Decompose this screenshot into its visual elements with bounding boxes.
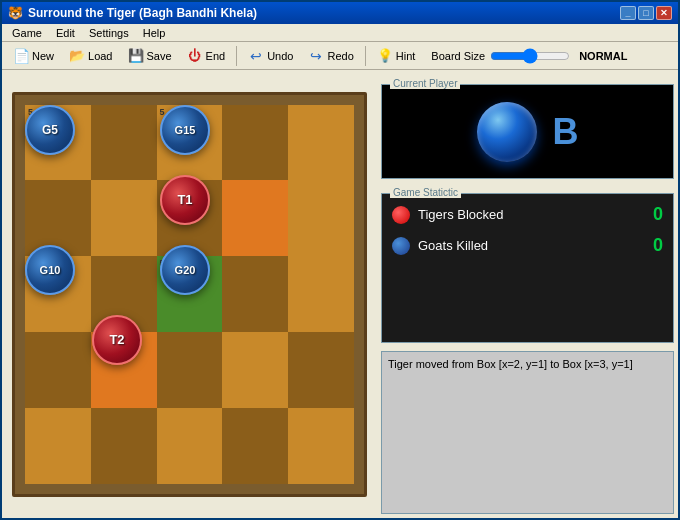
goats-killed-label: Goats Killed <box>418 238 488 253</box>
piece-g10[interactable]: G10 <box>25 245 75 295</box>
cell-3-4[interactable] <box>288 332 354 408</box>
game-stats-panel: Game Statictic Tigers Blocked 0 Goats Ki… <box>381 193 674 343</box>
goats-killed-row: Goats Killed 0 <box>392 235 663 256</box>
save-button[interactable]: 💾 Save <box>121 45 179 67</box>
cell-0-3[interactable] <box>222 105 288 181</box>
board-size-slider[interactable] <box>490 48 570 64</box>
piece-g5[interactable]: G5 <box>25 105 75 155</box>
hint-label: Hint <box>396 50 416 62</box>
stats-content: Tigers Blocked 0 Goats Killed 0 <box>382 194 673 342</box>
toolbar: 📄 New 📂 Load 💾 Save ⏻ End ↩ Undo ↪ Redo … <box>2 42 678 70</box>
normal-label: NORMAL <box>579 50 627 62</box>
load-label: Load <box>88 50 112 62</box>
cell-1-1[interactable] <box>91 180 157 256</box>
redo-icon: ↪ <box>308 48 324 64</box>
player-letter: B <box>553 111 579 153</box>
cell-1-4[interactable] <box>288 180 354 256</box>
stats-title: Game Statictic <box>390 187 461 198</box>
redo-label: Redo <box>327 50 353 62</box>
hint-button[interactable]: 💡 Hint <box>370 45 423 67</box>
undo-button[interactable]: ↩ Undo <box>241 45 300 67</box>
piece-g15[interactable]: G15 <box>160 105 210 155</box>
menu-bar: Game Edit Settings Help <box>2 24 678 42</box>
current-player-panel: Current Player B <box>381 84 674 179</box>
menu-settings[interactable]: Settings <box>83 26 135 40</box>
cell-0-1[interactable] <box>91 105 157 181</box>
cell-1-0[interactable] <box>25 180 91 256</box>
cell-0-4[interactable] <box>288 105 354 181</box>
current-player-title: Current Player <box>390 78 460 89</box>
window-controls: _ □ ✕ <box>620 6 672 20</box>
undo-label: Undo <box>267 50 293 62</box>
load-button[interactable]: 📂 Load <box>62 45 119 67</box>
minimize-button[interactable]: _ <box>620 6 636 20</box>
board-size-label: Board Size <box>431 50 485 62</box>
undo-icon: ↩ <box>248 48 264 64</box>
cell-2-4[interactable] <box>288 256 354 332</box>
maximize-button[interactable]: □ <box>638 6 654 20</box>
cell-4-1[interactable] <box>91 408 157 484</box>
title-left: 🐯 Surround the Tiger (Bagh Bandhi Khela) <box>8 6 257 20</box>
save-label: Save <box>147 50 172 62</box>
piece-t1[interactable]: T1 <box>160 175 210 225</box>
player-ball <box>477 102 537 162</box>
end-icon: ⏻ <box>187 48 203 64</box>
cell-3-3[interactable] <box>222 332 288 408</box>
main-window: 🐯 Surround the Tiger (Bagh Bandhi Khela)… <box>0 0 680 520</box>
save-icon: 💾 <box>128 48 144 64</box>
new-label: New <box>32 50 54 62</box>
window-icon: 🐯 <box>8 6 23 20</box>
title-bar: 🐯 Surround the Tiger (Bagh Bandhi Khela)… <box>2 2 678 24</box>
tigers-blocked-value: 0 <box>643 204 663 225</box>
cell-2-3[interactable] <box>222 256 288 332</box>
piece-g20[interactable]: G20 <box>160 245 210 295</box>
hint-icon: 💡 <box>377 48 393 64</box>
piece-t2[interactable]: T2 <box>92 315 142 365</box>
load-icon: 📂 <box>69 48 85 64</box>
window-title: Surround the Tiger (Bagh Bandhi Khela) <box>28 6 257 20</box>
end-label: End <box>206 50 226 62</box>
goats-killed-value: 0 <box>643 235 663 256</box>
menu-edit[interactable]: Edit <box>50 26 81 40</box>
cell-1-3[interactable] <box>222 180 288 256</box>
cell-4-0[interactable] <box>25 408 91 484</box>
log-content: Tiger moved from Box [x=2, y=1] to Box [… <box>382 352 673 513</box>
redo-button[interactable]: ↪ Redo <box>301 45 360 67</box>
tigers-blocked-label: Tigers Blocked <box>418 207 504 222</box>
log-panel: Tiger moved from Box [x=2, y=1] to Box [… <box>381 351 674 514</box>
cell-4-2[interactable] <box>157 408 223 484</box>
new-button[interactable]: 📄 New <box>6 45 61 67</box>
cell-3-0[interactable] <box>25 332 91 408</box>
toolbar-separator-1 <box>236 46 237 66</box>
player-display: B <box>382 85 673 178</box>
cell-3-2[interactable] <box>157 332 223 408</box>
menu-help[interactable]: Help <box>137 26 172 40</box>
close-button[interactable]: ✕ <box>656 6 672 20</box>
board-area: 5 5 <box>2 70 377 518</box>
menu-game[interactable]: Game <box>6 26 48 40</box>
new-icon: 📄 <box>13 48 29 64</box>
tigers-blocked-row: Tigers Blocked 0 <box>392 204 663 225</box>
toolbar-separator-2 <box>365 46 366 66</box>
right-panel: Current Player B Game Statictic Tigers B… <box>377 70 678 518</box>
log-message: Tiger moved from Box [x=2, y=1] to Box [… <box>388 358 633 370</box>
cell-4-3[interactable] <box>222 408 288 484</box>
tigers-blocked-indicator <box>392 206 410 224</box>
cell-4-4[interactable] <box>288 408 354 484</box>
end-button[interactable]: ⏻ End <box>180 45 233 67</box>
game-board[interactable]: 5 5 <box>12 92 367 497</box>
content-area: 5 5 <box>2 70 678 518</box>
goats-killed-indicator <box>392 237 410 255</box>
